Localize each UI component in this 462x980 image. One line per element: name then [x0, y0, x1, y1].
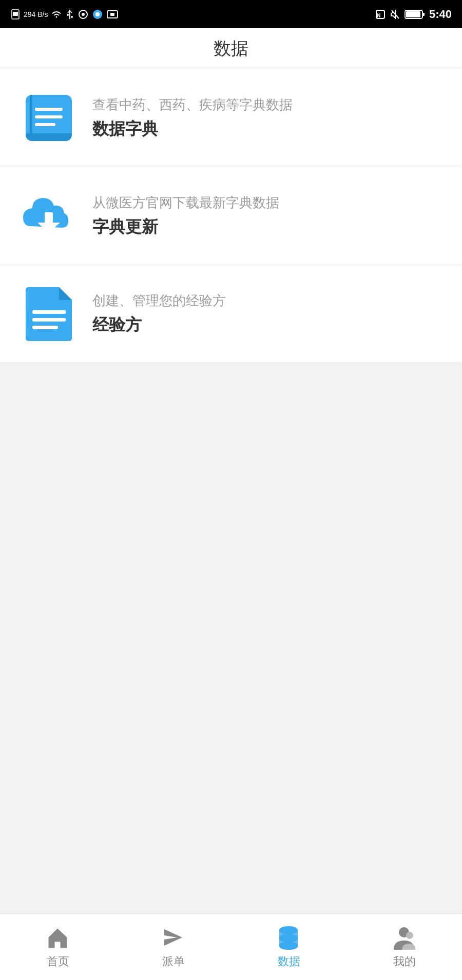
nfc-icon: N [375, 9, 386, 20]
svg-rect-18 [35, 108, 63, 111]
data-dictionary-text: 查看中药、西药、疾病等字典数据 数据字典 [82, 96, 447, 141]
dictionary-update-text: 从微医方官网下载最新字典数据 字典更新 [82, 194, 447, 238]
dictionary-update-icon-wrap [15, 183, 82, 249]
svg-rect-15 [422, 13, 425, 16]
main-content: 查看中药、西药、疾病等字典数据 数据字典 从微医方官网下载最新字典数据 字典更新 [0, 69, 462, 913]
svg-rect-16 [406, 11, 420, 17]
data-dictionary-item[interactable]: 查看中药、西药、疾病等字典数据 数据字典 [0, 69, 462, 167]
dictionary-update-desc: 从微医方官网下载最新字典数据 [92, 195, 279, 210]
nav-data-label: 数据 [278, 954, 300, 969]
svg-text:N: N [377, 13, 380, 18]
experience-formula-item[interactable]: 创建、管理您的经验方 经验方 [0, 265, 462, 363]
data-dictionary-icon-wrap [15, 85, 82, 151]
svg-point-6 [82, 13, 85, 16]
experience-formula-text: 创建、管理您的经验方 经验方 [82, 292, 447, 336]
data-dictionary-label: 数据字典 [92, 118, 447, 141]
nav-item-dispatch[interactable]: 派单 [116, 914, 231, 980]
svg-rect-22 [45, 212, 53, 224]
person-icon [392, 925, 417, 951]
battery-icon [405, 9, 425, 20]
mute-icon [390, 9, 400, 20]
network-speed: 294 B/s [24, 10, 48, 18]
nav-dispatch-label: 派单 [162, 954, 185, 969]
svg-point-4 [71, 16, 73, 18]
sim-icon [10, 9, 21, 19]
database-icon [276, 925, 302, 951]
nav-mine-label: 我的 [393, 954, 416, 969]
page-title: 数据 [214, 37, 248, 61]
experience-formula-desc: 创建、管理您的经验方 [92, 293, 226, 308]
document-icon [23, 285, 74, 344]
status-bar: 294 B/s N [0, 0, 462, 28]
status-right: N 5:40 [375, 8, 452, 21]
status-left: 294 B/s [10, 9, 119, 20]
svg-rect-19 [35, 115, 63, 118]
svg-rect-21 [30, 95, 32, 133]
bottom-nav: 首页 派单 数据 [0, 913, 462, 980]
svg-rect-25 [32, 326, 58, 329]
svg-point-3 [67, 14, 69, 16]
svg-rect-10 [110, 13, 114, 16]
status-time: 5:40 [429, 8, 452, 21]
svg-rect-20 [35, 123, 55, 126]
dictionary-update-item[interactable]: 从微医方官网下载最新字典数据 字典更新 [0, 167, 462, 265]
nav-home-label: 首页 [47, 954, 69, 969]
cloud-download-icon [18, 188, 80, 244]
data-dictionary-desc: 查看中药、西药、疾病等字典数据 [92, 97, 293, 112]
svg-point-30 [406, 932, 413, 939]
dictionary-update-label: 字典更新 [92, 216, 447, 238]
svg-rect-23 [32, 310, 66, 314]
experience-formula-label: 经验方 [92, 314, 447, 336]
svg-rect-24 [32, 318, 66, 322]
book-icon [21, 90, 77, 146]
wifi-icon [51, 10, 62, 19]
svg-point-28 [279, 942, 298, 950]
radio-icon [78, 9, 89, 20]
svg-point-8 [95, 12, 100, 16]
page-header: 数据 [0, 28, 462, 69]
send-icon [161, 925, 186, 951]
home-icon [45, 925, 71, 951]
experience-formula-icon-wrap [15, 281, 82, 347]
nav-item-data[interactable]: 数据 [231, 914, 346, 980]
svg-rect-1 [13, 12, 18, 16]
nav-item-home[interactable]: 首页 [0, 914, 116, 980]
music-icon [92, 9, 103, 20]
cast-icon [106, 9, 119, 20]
usb-icon [65, 9, 74, 20]
nav-item-mine[interactable]: 我的 [346, 914, 462, 980]
